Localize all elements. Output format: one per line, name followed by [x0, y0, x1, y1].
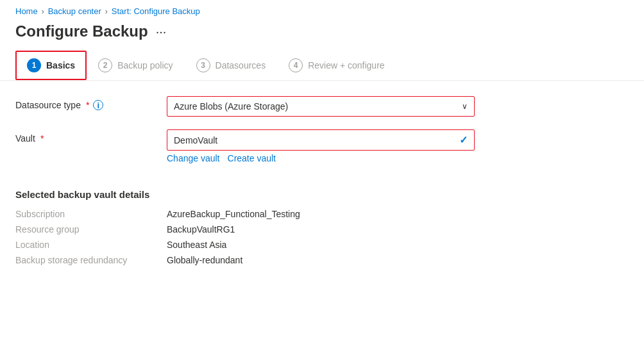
vault-check-icon: ✓ — [459, 134, 468, 146]
vault-row: Vault * DemoVault ✓ Change vault Create … — [15, 129, 629, 163]
details-section: Selected backup vault details Subscripti… — [0, 176, 644, 265]
detail-location-value: Southeast Asia — [167, 240, 226, 250]
form-section: Datasource type * i Azure Blobs (Azure S… — [0, 96, 644, 163]
tab-label-basics: Basics — [46, 60, 75, 70]
create-vault-link[interactable]: Create vault — [228, 153, 276, 163]
page-menu-button[interactable]: ··· — [156, 24, 167, 39]
vault-label: Vault — [15, 133, 35, 144]
detail-resource-group-label: Resource group — [15, 224, 157, 235]
tab-label-datasources: Datasources — [216, 60, 266, 70]
tab-number-1: 1 — [27, 58, 41, 72]
page-title: Configure Backup — [15, 22, 148, 40]
tab-backup-policy[interactable]: 2 Backup policy — [87, 51, 184, 80]
breadcrumb: Home › Backup center › Start: Configure … — [0, 0, 644, 20]
datasource-info-icon[interactable]: i — [93, 100, 103, 110]
breadcrumb-configure-backup[interactable]: Start: Configure Backup — [112, 6, 200, 16]
breadcrumb-sep-1: › — [42, 7, 44, 16]
vault-required-star: * — [40, 133, 44, 144]
datasource-type-control: Azure Blobs (Azure Storage) ∨ — [167, 96, 629, 117]
detail-subscription-row: Subscription AzureBackup_Functional_Test… — [15, 209, 629, 219]
breadcrumb-backup-center[interactable]: Backup center — [48, 6, 101, 16]
tab-datasources[interactable]: 3 Datasources — [185, 51, 278, 80]
vault-links: Change vault Create vault — [167, 153, 629, 163]
tab-number-4: 4 — [289, 58, 303, 72]
tab-basics[interactable]: 1 Basics — [15, 51, 87, 80]
breadcrumb-home[interactable]: Home — [15, 6, 38, 16]
datasource-type-row: Datasource type * i Azure Blobs (Azure S… — [15, 96, 629, 117]
detail-location-row: Location Southeast Asia — [15, 240, 629, 250]
detail-subscription-value: AzureBackup_Functional_Testing — [167, 209, 300, 219]
detail-redundancy-value: Globally-redundant — [167, 255, 242, 265]
tab-number-3: 3 — [196, 58, 210, 72]
detail-resource-group-row: Resource group BackupVaultRG1 — [15, 224, 629, 235]
datasource-type-value: Azure Blobs (Azure Storage) — [174, 101, 288, 111]
vault-control: DemoVault ✓ Change vault Create vault — [167, 129, 629, 163]
detail-location-label: Location — [15, 240, 157, 250]
datasource-type-label-col: Datasource type * i — [15, 96, 157, 110]
detail-resource-group-value: BackupVaultRG1 — [167, 224, 235, 235]
datasource-type-label: Datasource type — [15, 100, 81, 110]
datasource-type-dropdown[interactable]: Azure Blobs (Azure Storage) ∨ — [167, 96, 475, 117]
tab-review-configure[interactable]: 4 Review + configure — [277, 51, 396, 80]
tab-number-2: 2 — [98, 58, 112, 72]
vault-label-col: Vault * — [15, 129, 157, 144]
vault-dropdown[interactable]: DemoVault ✓ — [167, 129, 475, 151]
detail-redundancy-label: Backup storage redundancy — [15, 255, 157, 265]
datasource-chevron-icon: ∨ — [462, 102, 468, 111]
tab-label-backup-policy: Backup policy — [117, 60, 173, 70]
detail-redundancy-row: Backup storage redundancy Globally-redun… — [15, 255, 629, 265]
tab-label-review-configure: Review + configure — [308, 60, 384, 70]
change-vault-link[interactable]: Change vault — [167, 153, 220, 163]
datasource-required-star: * — [86, 100, 89, 110]
breadcrumb-sep-2: › — [105, 7, 108, 16]
details-title: Selected backup vault details — [15, 189, 629, 200]
detail-subscription-label: Subscription — [15, 209, 157, 219]
vault-value: DemoVault — [174, 135, 217, 145]
page-header: Configure Backup ··· — [0, 20, 644, 51]
wizard-tabs: 1 Basics 2 Backup policy 3 Datasources 4… — [0, 51, 644, 81]
